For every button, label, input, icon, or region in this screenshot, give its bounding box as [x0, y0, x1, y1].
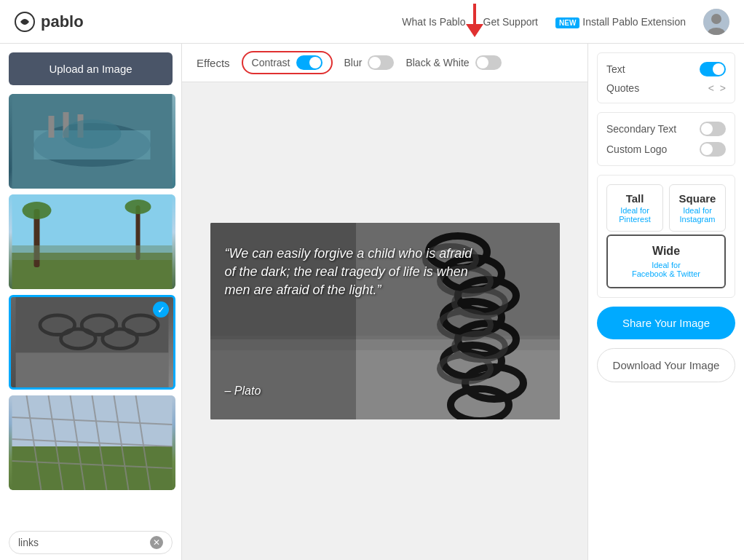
bw-label: Black & White: [405, 57, 469, 68]
fence-thumbnail-image: [9, 395, 175, 490]
custom-logo-toggle[interactable]: [700, 142, 726, 157]
main-layout: Upload an Image: [0, 44, 744, 560]
size-wide-option[interactable]: Wide Ideal for Facebook & Twitter: [606, 234, 726, 288]
nav: What Is Pablo Get Support NEWInstall Pab…: [402, 9, 729, 35]
text-toggle[interactable]: [700, 62, 726, 76]
secondary-text-label: Secondary Text: [606, 123, 676, 135]
active-check-mark: ✓: [153, 301, 169, 318]
nav-get-support[interactable]: Get Support: [483, 16, 539, 28]
canvas-area: Effects Contrast Blur Black & White: [182, 44, 587, 560]
effects-bar: Effects Contrast Blur Black & White: [182, 44, 587, 82]
custom-logo-row: Custom Logo: [606, 142, 726, 157]
download-image-button[interactable]: Download Your Image: [597, 348, 735, 382]
image-canvas[interactable]: “We can easily forgive a child who is af…: [210, 223, 560, 419]
upload-image-button[interactable]: Upload an Image: [9, 52, 173, 85]
effects-label[interactable]: Effects: [197, 57, 230, 69]
secondary-logo-section: Secondary Text Custom Logo: [597, 112, 735, 166]
right-panel: Text Quotes < > Secondary Text Custom Lo…: [587, 44, 744, 560]
search-input[interactable]: [18, 537, 150, 548]
svg-point-16: [125, 200, 151, 214]
contrast-toggle[interactable]: [296, 55, 322, 70]
size-tall-option[interactable]: Tall Ideal for Pinterest: [606, 184, 663, 232]
custom-logo-label: Custom Logo: [606, 143, 667, 155]
size-square-option[interactable]: Square Ideal for Instagram: [669, 184, 726, 232]
arrow-indicator: [466, 4, 483, 37]
search-box: ✕: [9, 531, 173, 554]
pablo-logo-icon: [15, 12, 35, 32]
avatar-image: [703, 9, 729, 35]
user-avatar[interactable]: [703, 9, 729, 35]
secondary-text-row: Secondary Text: [606, 122, 726, 136]
clear-search-button[interactable]: ✕: [150, 536, 163, 549]
contrast-toggle-group: Contrast: [242, 51, 333, 74]
svg-rect-7: [49, 116, 55, 138]
canvas-quote-text: “We can easily forgive a child who is af…: [225, 245, 472, 300]
blur-label: Blur: [344, 57, 363, 68]
svg-rect-17: [12, 245, 173, 260]
svg-point-10: [63, 119, 122, 149]
sky-thumbnail-image: [9, 194, 175, 289]
image-thumb-chain[interactable]: ✓: [9, 295, 175, 390]
image-list: ✓: [0, 94, 181, 525]
text-toggle-row: Text: [606, 62, 726, 76]
blur-toggle[interactable]: [368, 55, 394, 70]
square-size-name: Square: [677, 192, 718, 205]
image-thumb-fence[interactable]: [9, 395, 175, 490]
tall-size-name: Tall: [614, 192, 655, 205]
nav-install-extension[interactable]: NEWInstall Pablo Extension: [555, 16, 686, 28]
tall-size-desc: Ideal for Pinterest: [614, 206, 655, 224]
blur-toggle-group: Blur: [344, 55, 395, 70]
canvas-author-text: – Plato: [225, 384, 261, 398]
arrow-head: [466, 24, 483, 37]
share-image-button[interactable]: Share Your Image: [597, 307, 735, 339]
sidebar-scroll-area: ✓: [0, 94, 181, 525]
effects-bar-container: Effects Contrast Blur Black & White: [182, 44, 587, 82]
svg-point-14: [23, 202, 52, 219]
logo-text: pablo: [41, 12, 84, 31]
bw-toggle[interactable]: [475, 55, 502, 70]
contrast-label: Contrast: [252, 57, 290, 68]
marina-thumbnail-image: [9, 94, 175, 189]
quotes-nav[interactable]: < >: [708, 82, 726, 94]
size-section: Tall Ideal for Pinterest Square Ideal fo…: [597, 175, 735, 298]
wide-size-desc: Ideal for Facebook & Twitter: [617, 261, 716, 278]
svg-point-2: [711, 14, 721, 24]
quotes-label: Quotes: [606, 82, 639, 94]
square-size-desc: Ideal for Instagram: [677, 206, 718, 224]
image-thumb-sky[interactable]: [9, 194, 175, 289]
size-grid: Tall Ideal for Pinterest Square Ideal fo…: [606, 184, 726, 232]
bw-toggle-group: Black & White: [405, 55, 501, 70]
logo[interactable]: pablo: [15, 12, 84, 32]
image-thumb-marina[interactable]: [9, 94, 175, 189]
nav-what-is-pablo[interactable]: What Is Pablo: [402, 16, 465, 28]
quotes-row: Quotes < >: [606, 82, 726, 94]
chain-thumbnail-image: [11, 297, 173, 387]
sidebar: Upload an Image: [0, 44, 182, 560]
secondary-text-toggle[interactable]: [700, 122, 726, 136]
svg-rect-19: [16, 352, 169, 387]
new-badge: NEW: [555, 17, 579, 28]
wide-size-name: Wide: [617, 245, 716, 258]
quotes-prev-icon[interactable]: <: [708, 82, 714, 94]
header: pablo What Is Pablo Get Support NEWInsta…: [0, 0, 744, 44]
text-label: Text: [606, 63, 625, 75]
arrow-shaft: [473, 4, 476, 24]
canvas-content: “We can easily forgive a child who is af…: [182, 82, 587, 560]
quotes-next-icon[interactable]: >: [720, 82, 726, 94]
text-quotes-section: Text Quotes < >: [597, 52, 735, 103]
